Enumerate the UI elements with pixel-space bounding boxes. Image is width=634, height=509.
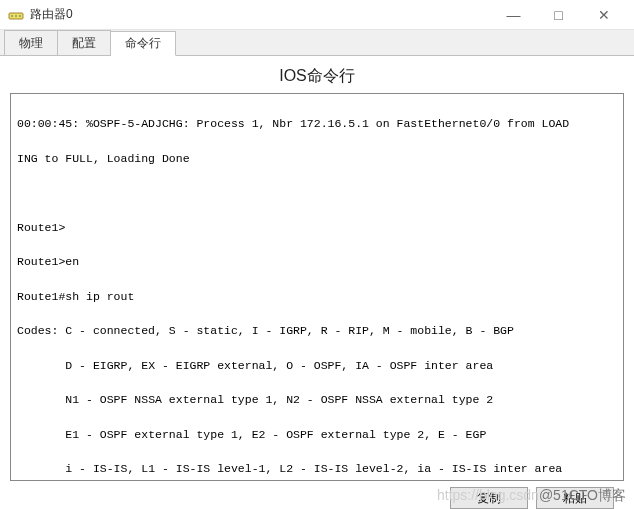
tab-config[interactable]: 配置 bbox=[58, 30, 111, 55]
tab-cli[interactable]: 命令行 bbox=[111, 31, 176, 56]
copy-button[interactable]: 复制 bbox=[450, 487, 528, 509]
minimize-button[interactable]: — bbox=[491, 1, 536, 29]
router-icon bbox=[8, 7, 24, 23]
svg-point-3 bbox=[19, 15, 21, 17]
tab-physical[interactable]: 物理 bbox=[4, 30, 58, 55]
term-line: Codes: C - connected, S - static, I - IG… bbox=[17, 322, 617, 339]
svg-point-2 bbox=[15, 15, 17, 17]
term-line: Route1#sh ip rout bbox=[17, 288, 617, 305]
window-controls: — □ ✕ bbox=[491, 1, 626, 29]
terminal-output[interactable]: 00:00:45: %OSPF-5-ADJCHG: Process 1, Nbr… bbox=[10, 93, 624, 481]
close-button[interactable]: ✕ bbox=[581, 1, 626, 29]
term-line: Route1>en bbox=[17, 253, 617, 270]
term-line: N1 - OSPF NSSA external type 1, N2 - OSP… bbox=[17, 391, 617, 408]
term-line: E1 - OSPF external type 1, E2 - OSPF ext… bbox=[17, 426, 617, 443]
button-row: 复制 粘贴 bbox=[10, 481, 624, 509]
svg-point-1 bbox=[11, 15, 13, 17]
maximize-button[interactable]: □ bbox=[536, 1, 581, 29]
term-line: D - EIGRP, EX - EIGRP external, O - OSPF… bbox=[17, 357, 617, 374]
term-line: i - IS-IS, L1 - IS-IS level-1, L2 - IS-I… bbox=[17, 460, 617, 477]
page-title: IOS命令行 bbox=[10, 56, 624, 93]
term-line: ING to FULL, Loading Done bbox=[17, 150, 617, 167]
window-title: 路由器0 bbox=[30, 6, 491, 23]
tab-bar: 物理 配置 命令行 bbox=[0, 30, 634, 56]
titlebar: 路由器0 — □ ✕ bbox=[0, 0, 634, 30]
term-line: Route1> bbox=[17, 219, 617, 236]
paste-button[interactable]: 粘贴 bbox=[536, 487, 614, 509]
content-area: IOS命令行 00:00:45: %OSPF-5-ADJCHG: Process… bbox=[0, 56, 634, 509]
term-line: 00:00:45: %OSPF-5-ADJCHG: Process 1, Nbr… bbox=[17, 115, 617, 132]
